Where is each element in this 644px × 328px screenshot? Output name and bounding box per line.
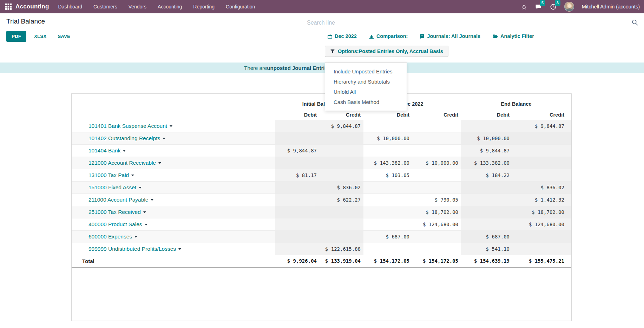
caret-down-icon[interactable]	[131, 175, 134, 176]
amount-cell: $ 18,702.00	[412, 206, 461, 218]
amount-cell	[320, 230, 363, 243]
column-header-credit-3: Credit	[412, 110, 461, 120]
nav-item-accounting[interactable]: Accounting	[158, 4, 182, 9]
avatar[interactable]	[564, 2, 574, 12]
amount-cell: $ 124,680.00	[512, 218, 571, 230]
table-row: 101404 Bank$ 9,844.87$ 9,844.87	[72, 144, 571, 157]
caret-down-icon[interactable]	[158, 162, 161, 164]
table-row: 600000 Expenses$ 687.00$ 687.00	[72, 230, 571, 243]
amount-cell: $ 124,680.00	[412, 218, 461, 230]
amount-cell	[412, 169, 461, 181]
bar-chart-icon	[369, 34, 374, 39]
folder-open-icon	[492, 34, 498, 39]
date-filter[interactable]: Dec 2022	[327, 33, 357, 39]
topbar-right: 5 3 Mitchell Admin (accounts)	[521, 2, 640, 12]
analytic-filter[interactable]: Analytic Filter	[492, 33, 534, 39]
nav-item-customers[interactable]: Customers	[93, 4, 117, 9]
search-icon[interactable]	[631, 19, 638, 27]
amount-cell	[412, 132, 461, 144]
messages-count-badge: 5	[540, 0, 545, 6]
amount-cell	[412, 230, 461, 243]
amount-cell	[363, 206, 412, 218]
calendar-icon	[327, 34, 333, 39]
amount-cell	[363, 218, 412, 230]
table-row: 151000 Fixed Asset$ 836.02$ 836.02	[72, 181, 571, 193]
trial-balance-table: Initial Balance Dec 2022 End Balance Deb…	[72, 98, 571, 268]
control-panel: Trial Balance PDF XLSX SAVE Dec 2022	[0, 13, 644, 63]
account-cell: 251000 Tax Received	[72, 206, 275, 218]
dropdown-item-hierarchy-and-subtotals[interactable]: Hierarchy and Subtotals	[325, 77, 407, 87]
caret-down-icon[interactable]	[178, 248, 181, 250]
messages-icon[interactable]: 5	[535, 4, 542, 10]
account-link[interactable]: 131000 Tax Paid	[88, 172, 134, 178]
amount-cell: $ 122,615.88	[320, 243, 363, 255]
amount-cell	[363, 193, 412, 206]
amount-cell	[461, 218, 512, 230]
account-link[interactable]: 999999 Undistributed Profits/Losses	[88, 246, 181, 252]
journals-filter[interactable]: Journals: All Journals	[420, 33, 480, 39]
caret-down-icon[interactable]	[134, 236, 137, 238]
activities-count-badge: 3	[555, 0, 560, 6]
account-cell: 600000 Expenses	[72, 230, 275, 243]
amount-cell: $ 1,412.32	[512, 193, 571, 206]
dropdown-item-cash-basis-method[interactable]: Cash Basis Method	[325, 97, 407, 107]
options-button[interactable]: Options:Posted Entries Only, Accrual Bas…	[325, 46, 448, 57]
nav-item-configuration[interactable]: Configuration	[226, 4, 255, 9]
amount-cell: $ 9,844.87	[461, 144, 512, 157]
total-cell: $ 133,919.04	[320, 255, 363, 268]
account-cell: 151000 Fixed Asset	[72, 181, 275, 193]
amount-cell: $ 103.05	[363, 169, 412, 181]
dropdown-item-include-unposted-entries[interactable]: Include Unposted Entries	[325, 66, 407, 77]
nav-item-vendors[interactable]: Vendors	[129, 4, 146, 9]
nav-item-reporting[interactable]: Reporting	[193, 4, 215, 9]
table-row: 400000 Product Sales$ 124,680.00$ 124,68…	[72, 218, 571, 230]
amount-cell	[275, 120, 320, 132]
journal-book-icon	[420, 34, 425, 39]
amount-cell	[512, 169, 571, 181]
account-link[interactable]: 211000 Account Payable	[88, 197, 153, 203]
caret-down-icon[interactable]	[163, 138, 165, 139]
account-link[interactable]: 151000 Fixed Asset	[88, 184, 142, 190]
xlsx-button[interactable]: XLSX	[31, 31, 50, 42]
account-link[interactable]: 121000 Account Receivable	[88, 160, 161, 166]
amount-cell	[461, 206, 512, 218]
amount-cell	[320, 218, 363, 230]
account-link[interactable]: 101404 Bank	[88, 147, 126, 153]
pdf-button[interactable]: PDF	[6, 31, 26, 42]
total-row: Total $ 9,926.04$ 133,919.04$ 154,172.05…	[72, 255, 571, 268]
table-row: 251000 Tax Received$ 18,702.00$ 18,702.0…	[72, 206, 571, 218]
amount-cell: $ 18,702.00	[512, 206, 571, 218]
table-row: 101401 Bank Suspense Account$ 9,844.87$ …	[72, 120, 571, 132]
amount-cell	[363, 243, 412, 255]
total-cell: $ 9,926.04	[275, 255, 320, 268]
app-title[interactable]: Accounting	[15, 3, 49, 10]
amount-cell	[412, 243, 461, 255]
caret-down-icon[interactable]	[139, 187, 142, 189]
comparison-filter[interactable]: Comparison:	[369, 33, 408, 39]
account-link[interactable]: 400000 Product Sales	[88, 221, 147, 227]
account-link[interactable]: 101402 Outstanding Receipts	[88, 135, 165, 141]
amount-cell	[320, 206, 363, 218]
amount-cell	[275, 243, 320, 255]
search-input[interactable]	[277, 16, 625, 29]
caret-down-icon[interactable]	[143, 211, 146, 213]
amount-cell	[461, 120, 512, 132]
caret-down-icon[interactable]	[123, 150, 126, 152]
account-link[interactable]: 101401 Bank Suspense Account	[88, 123, 172, 129]
account-link[interactable]: 600000 Expenses	[88, 234, 137, 240]
account-link[interactable]: 251000 Tax Received	[88, 209, 146, 215]
apps-grid-icon[interactable]	[4, 2, 13, 12]
group-header-end: End Balance	[461, 98, 571, 110]
caret-down-icon[interactable]	[151, 199, 153, 201]
dropdown-item-unfold-all[interactable]: Unfold All	[325, 87, 407, 97]
caret-down-icon[interactable]	[170, 125, 172, 127]
caret-down-icon[interactable]	[145, 224, 147, 225]
save-button[interactable]: SAVE	[54, 31, 74, 42]
debug-bug-icon[interactable]	[521, 4, 527, 10]
nav-item-dashboard[interactable]: Dashboard	[58, 4, 83, 9]
user-menu[interactable]: Mitchell Admin (accounts)	[582, 4, 640, 9]
options-row: Options:Posted Entries Only, Accrual Bas…	[325, 46, 448, 57]
account-cell: 211000 Account Payable	[72, 193, 275, 206]
activities-clock-icon[interactable]: 3	[550, 4, 557, 10]
amount-cell	[320, 132, 363, 144]
